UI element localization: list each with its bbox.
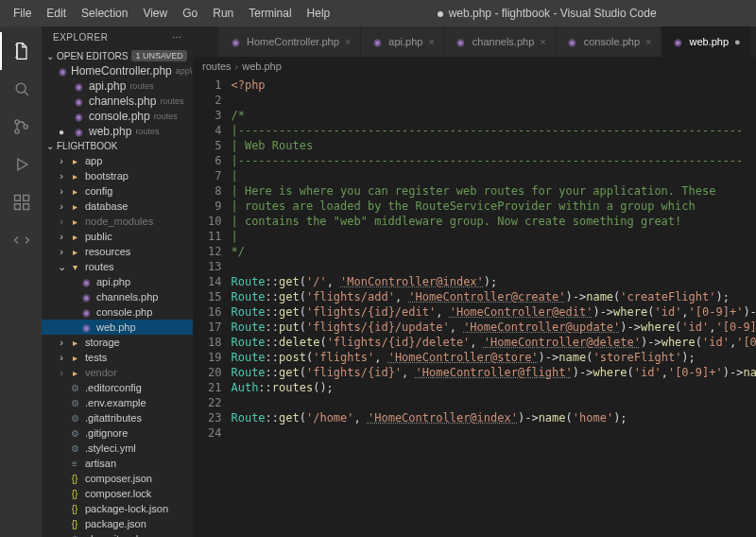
menu-help[interactable]: Help xyxy=(300,3,338,24)
svg-point-3 xyxy=(24,125,27,129)
file-name: HomeController.php xyxy=(71,64,172,78)
tree-item-composer.lock[interactable]: {}composer.lock xyxy=(42,486,193,501)
menu-terminal[interactable]: Terminal xyxy=(241,3,299,24)
open-editor-item[interactable]: ◉api.phproutes xyxy=(42,78,193,94)
close-icon[interactable]: × xyxy=(645,36,651,47)
tree-item-node_modules[interactable]: ›▸node_modules xyxy=(42,214,193,229)
file-name: resources xyxy=(85,246,130,257)
gutter: 1 2 3 4 5 6 7 8 9 10 11 12 13 14 15 16 1… xyxy=(193,76,231,537)
tree-item-bootstrap[interactable]: ›▸bootstrap xyxy=(42,168,193,183)
file-name: routes xyxy=(85,261,114,272)
tab-web.php[interactable]: ◉web.php● xyxy=(662,26,750,57)
breadcrumb-item[interactable]: routes xyxy=(202,61,232,72)
tree-item-resources[interactable]: ›▸resources xyxy=(42,244,193,259)
tree-item-.gitattributes[interactable]: ⚙.gitattributes xyxy=(42,410,193,425)
tree-item-app[interactable]: ›▸app xyxy=(42,153,193,168)
file-hint: routes xyxy=(154,112,178,121)
file-tree: ›▸app›▸bootstrap›▸config›▸database›▸node… xyxy=(42,153,193,537)
tab-console.php[interactable]: ◉console.php× xyxy=(557,26,662,57)
chevron-right-icon: › xyxy=(235,61,239,72)
tree-item-config[interactable]: ›▸config xyxy=(42,183,193,199)
cfg-icon: ⚙ xyxy=(68,396,81,409)
tree-item-.editorconfig[interactable]: ⚙.editorconfig xyxy=(42,380,193,395)
tree-item-database[interactable]: ›▸database xyxy=(42,199,193,214)
window-title: web.php - flightbook - Visual Studio Cod… xyxy=(337,7,756,20)
tree-item-storage[interactable]: ›▸storage xyxy=(42,335,193,350)
json-icon: {} xyxy=(68,517,81,530)
tree-item-.styleci.yml[interactable]: ⚙.styleci.yml xyxy=(42,441,193,456)
file-name: console.php xyxy=(96,306,152,318)
tree-item-artisan[interactable]: ≡artisan xyxy=(42,456,193,471)
file-name: node_modules xyxy=(85,216,153,227)
php-icon: ◉ xyxy=(59,64,67,78)
menu-selection[interactable]: Selection xyxy=(74,3,135,24)
extensions-icon[interactable] xyxy=(0,183,42,221)
dirty-dot-icon[interactable]: ● xyxy=(734,36,741,47)
file-name: channels.php xyxy=(96,291,158,303)
tree-item-.env.example[interactable]: ⚙.env.example xyxy=(42,395,193,410)
fold-icon: ▸ xyxy=(68,366,81,379)
svg-rect-7 xyxy=(24,196,29,201)
tree-item-phpunit.xml[interactable]: ⚙phpunit.xml xyxy=(42,531,193,537)
breadcrumb-item[interactable]: web.php xyxy=(242,61,282,72)
breadcrumb[interactable]: routes›web.php xyxy=(193,57,756,76)
tree-item-.gitignore[interactable]: ⚙.gitignore xyxy=(42,425,193,441)
code-lines[interactable]: <?php /* |------------------------------… xyxy=(231,76,756,537)
editor-area: ◉HomeController.php×◉api.php×◉channels.p… xyxy=(193,26,756,537)
title-bar: FileEditSelectionViewGoRunTerminalHelp w… xyxy=(0,0,756,26)
file-name: tests xyxy=(85,352,107,363)
php-icon: ◉ xyxy=(72,79,85,93)
tree-item-package.json[interactable]: {}package.json xyxy=(42,516,193,531)
tree-item-api.php[interactable]: ◉api.php xyxy=(42,274,193,289)
more-icon[interactable]: ⋯ xyxy=(172,32,182,43)
tab-api.php[interactable]: ◉api.php× xyxy=(361,26,445,57)
search-icon[interactable] xyxy=(0,70,42,108)
menu-run[interactable]: Run xyxy=(205,3,241,24)
open-editor-item[interactable]: ◉channels.phproutes xyxy=(42,94,193,109)
chevron-down-icon: ⌄ xyxy=(57,261,66,273)
code-editor[interactable]: 1 2 3 4 5 6 7 8 9 10 11 12 13 14 15 16 1… xyxy=(193,76,756,537)
tab-channels.php[interactable]: ◉channels.php× xyxy=(445,26,557,57)
tree-item-public[interactable]: ›▸public xyxy=(42,229,193,244)
open-editor-item[interactable]: ◉console.phproutes xyxy=(42,109,193,124)
project-header[interactable]: ⌄FLIGHTBOOK xyxy=(42,139,193,153)
tab-label: console.php xyxy=(584,36,640,47)
file-name: .gitattributes xyxy=(85,412,142,424)
menu-edit[interactable]: Edit xyxy=(39,3,74,24)
php-icon: ◉ xyxy=(455,35,468,48)
menu-file[interactable]: File xyxy=(6,3,39,24)
tree-item-tests[interactable]: ›▸tests xyxy=(42,350,193,365)
menu-view[interactable]: View xyxy=(135,3,175,24)
tab-label: channels.php xyxy=(472,36,534,47)
tree-item-vendor[interactable]: ›▸vendor xyxy=(42,365,193,380)
tree-item-console.php[interactable]: ◉console.php xyxy=(42,304,193,320)
file-name: app xyxy=(85,155,102,166)
tree-item-package-lock.json[interactable]: {}package-lock.json xyxy=(42,501,193,516)
tab-label: api.php xyxy=(388,36,422,47)
run-debug-icon[interactable] xyxy=(0,146,42,183)
tree-item-channels.php[interactable]: ◉channels.php xyxy=(42,289,193,304)
menu-go[interactable]: Go xyxy=(175,3,205,24)
tree-item-routes[interactable]: ⌄▾routes xyxy=(42,259,193,274)
close-icon[interactable]: × xyxy=(345,36,351,47)
file-hint: app\Http\Co... xyxy=(176,66,193,76)
open-editors-header[interactable]: ⌄OPEN EDITORS1 UNSAVED xyxy=(42,48,193,63)
close-icon[interactable]: × xyxy=(428,36,434,47)
chevron-right-icon: › xyxy=(57,200,66,212)
tree-item-web.php[interactable]: ◉web.php xyxy=(42,320,193,335)
open-editor-item[interactable]: ◉HomeController.phpapp\Http\Co... xyxy=(42,63,193,78)
chevron-right-icon: › xyxy=(57,155,66,166)
remote-icon[interactable] xyxy=(0,221,42,259)
chevron-right-icon: › xyxy=(57,231,66,242)
php-icon: ◉ xyxy=(72,125,85,138)
fold-icon: ▸ xyxy=(68,230,81,243)
open-editor-item[interactable]: ●◉web.phproutes xyxy=(42,124,193,139)
fold-icon: ▸ xyxy=(68,184,81,198)
tree-item-composer.json[interactable]: {}composer.json xyxy=(42,471,193,486)
tab-HomeController.php[interactable]: ◉HomeController.php× xyxy=(219,26,361,57)
file-name: vendor xyxy=(85,367,117,378)
explorer-icon[interactable] xyxy=(0,32,42,70)
source-control-icon[interactable] xyxy=(0,108,42,146)
file-hint: routes xyxy=(135,127,159,136)
close-icon[interactable]: × xyxy=(540,36,545,47)
